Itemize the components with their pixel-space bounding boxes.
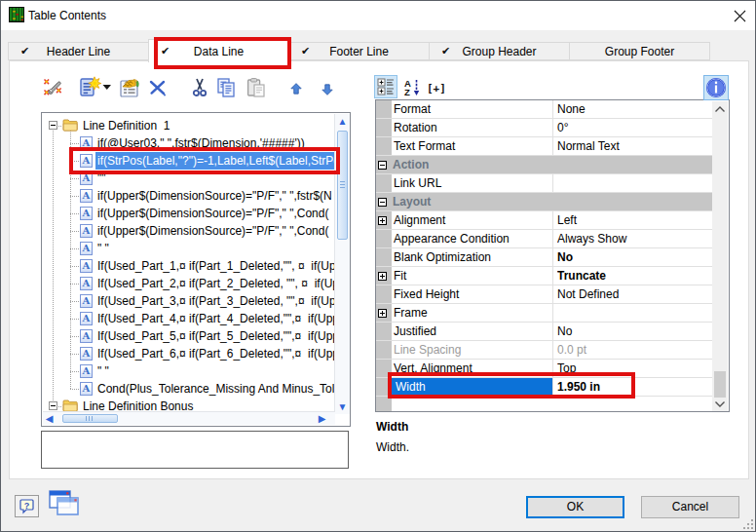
scroll-up-icon[interactable]: ▲	[335, 116, 350, 127]
tab-group-header[interactable]: ✔Group Header	[429, 42, 570, 60]
tree-item-row[interactable]: AIf(Used_Part_1,¤ if(Part_1_Deleted,"", …	[42, 257, 334, 275]
info-button[interactable]	[703, 75, 729, 100]
property-name: Fixed Height	[394, 285, 552, 303]
tree-item-row[interactable]: Aif(Upper$(DimensionSource)="P/F"," ",Co…	[42, 222, 334, 240]
grid-property-row[interactable]: Fixed HeightNot Defined	[376, 285, 713, 304]
grid-property-row[interactable]: JustifiedNo	[376, 323, 713, 341]
grid-property-row[interactable]: Appearance ConditionAlways Show	[376, 230, 713, 248]
text-line-icon: A	[80, 277, 93, 290]
property-value	[557, 304, 711, 322]
tree-item-label: If(Used_Part_3,¤ if(Part_3_Deleted, "",¤…	[97, 292, 334, 310]
grid-property-row[interactable]: FormatNone	[376, 100, 713, 119]
move-up-icon[interactable]	[290, 83, 302, 97]
tab-header-line[interactable]: ✔Header Line	[8, 42, 149, 60]
tree-item-label: If(Used_Part_5,¤ if(Part_5_Deleted,"",¤ …	[97, 327, 334, 345]
tab-page: Line Definition 1Aif(@User03," ",fstr$(D…	[9, 60, 749, 479]
grid-property-row[interactable]: Rotation0°	[376, 119, 713, 137]
table-contents-dialog: Table Contents ✔Header Line✔Data Line✔Fo…	[0, 0, 756, 532]
tab-footer-line[interactable]: ✔Footer Line	[288, 42, 430, 60]
tree-collapse-icon[interactable]	[49, 401, 57, 410]
tree-item-row[interactable]: Aif(Upper$(DimensionSource)="P/F"," ",fs…	[42, 187, 334, 205]
tree-item-row[interactable]: ACond(Plus_Tolerance_Missing And Minus_T…	[42, 380, 334, 398]
scroll-down-icon[interactable]: ▼	[335, 401, 350, 412]
ok-button[interactable]: OK	[526, 496, 624, 518]
expand-icon[interactable]	[378, 309, 387, 318]
property-name: Action	[393, 156, 551, 173]
grid-property-row[interactable]: AlignmentLeft	[376, 211, 713, 230]
property-value: No	[557, 248, 711, 266]
annotation-tab	[154, 37, 291, 69]
expand-icon[interactable]	[378, 216, 387, 225]
cut-icon[interactable]	[191, 77, 208, 101]
tree-horizontal-scrollbar[interactable]: ◀ ▶	[43, 411, 335, 425]
tree-item-label: If(Used_Part_6,¤ if(Part_6_Deleted,"",¤ …	[97, 345, 334, 362]
text-line-icon: A	[80, 382, 93, 396]
collapse-icon[interactable]	[378, 161, 387, 170]
text-line-icon: A	[80, 347, 93, 361]
grid-category-row[interactable]: Layout	[376, 193, 713, 211]
column-divider	[552, 304, 553, 322]
categorized-view-button[interactable]	[374, 75, 397, 98]
tree-collapse-icon[interactable]	[49, 121, 57, 130]
grid-scroll-thumb[interactable]	[714, 371, 726, 398]
tree-hscroll-thumb[interactable]	[62, 414, 118, 423]
expand-icon[interactable]	[378, 272, 387, 281]
cancel-button[interactable]: Cancel	[641, 496, 739, 518]
tree-item-row[interactable]: AIf(Used_Part_4,¤ if(Part_4_Deleted,"",¤…	[42, 310, 334, 327]
sort-alphabetical-icon[interactable]: A Z	[403, 78, 423, 99]
move-down-icon[interactable]	[321, 84, 333, 98]
overlapping-windows-icon[interactable]	[49, 490, 82, 521]
scroll-left-icon[interactable]: ◀	[45, 412, 54, 425]
tree-item-row[interactable]: AIf(Used_Part_3,¤ if(Part_3_Deleted, "",…	[42, 292, 334, 310]
tree-branch-line	[70, 354, 80, 355]
scroll-up-icon[interactable]	[712, 104, 728, 114]
tree-item-label: if(Upper$(DimensionSource)="P/F"," ",Con…	[97, 222, 328, 240]
tab-label: Group Footer	[570, 43, 709, 59]
property-name: Justified	[394, 323, 552, 340]
paste-icon[interactable]	[246, 77, 267, 101]
tree-item-row[interactable]: AIf(Used_Part_6,¤ if(Part_6_Deleted,"",¤…	[42, 345, 334, 362]
tree-branch-line	[70, 389, 80, 390]
formula-wizard-icon[interactable]	[42, 77, 63, 101]
tree-folder-row[interactable]: Line Definition 1	[42, 117, 334, 134]
grid-property-row[interactable]: Link URL	[376, 174, 713, 193]
tree-item-row[interactable]: A" "	[42, 240, 334, 257]
grid-property-row[interactable]: Blank OptimizationNo	[376, 248, 713, 267]
column-divider	[552, 267, 553, 285]
grid-property-row[interactable]: Line Spacing0.0 pt	[376, 341, 713, 360]
annotation-width-row	[388, 372, 635, 399]
tree-item-row[interactable]: A" "	[42, 362, 334, 380]
grid-scrollbar[interactable]	[712, 101, 728, 412]
grid-property-row[interactable]: Frame	[376, 304, 713, 323]
text-line-icon: A	[80, 259, 93, 273]
expand-all-icon[interactable]: [+]	[427, 82, 446, 95]
tree-item-row[interactable]: Aif(Upper$(DimensionSource)="P/F"," ",Co…	[42, 205, 334, 222]
resize-grip[interactable]	[743, 519, 753, 529]
new-line-icon[interactable]	[78, 76, 111, 100]
window-title: Table Contents	[28, 1, 106, 30]
tree-item-label: if(Upper$(DimensionSource)="P/F"," ",Con…	[97, 205, 328, 222]
column-divider	[552, 174, 553, 192]
property-value: Not Defined	[557, 285, 711, 303]
delete-icon[interactable]	[147, 77, 169, 101]
grid-category-row[interactable]: Action	[376, 156, 713, 174]
tree-item-row[interactable]: AIf(Used_Part_5,¤ if(Part_5_Deleted,"",¤…	[42, 327, 334, 345]
column-divider	[552, 100, 553, 118]
tab-group-footer[interactable]: Group Footer	[569, 42, 710, 60]
tree-item-row[interactable]: AIf(Used_Part_2,¤ if(Part_2_Deleted, "",…	[42, 275, 334, 292]
property-name: Format	[394, 100, 552, 118]
help-button[interactable]: ?	[15, 495, 39, 517]
grid-property-row[interactable]: FitTruncate	[376, 267, 713, 285]
scroll-down-icon[interactable]	[712, 399, 728, 409]
edit-contents-icon[interactable]	[119, 77, 142, 101]
tree-item-label: If(Used_Part_4,¤ if(Part_4_Deleted,"",¤ …	[97, 310, 334, 327]
property-name: Layout	[393, 193, 551, 210]
grid-property-row[interactable]: Text FormatNormal Text	[376, 137, 713, 156]
tree-folder-label: Line Definition 1	[83, 117, 170, 134]
property-value: None	[557, 100, 711, 118]
collapse-icon[interactable]	[378, 198, 387, 207]
close-icon[interactable]	[734, 10, 746, 22]
copy-icon[interactable]	[215, 77, 237, 101]
tab-label: Header Line	[9, 43, 148, 59]
scroll-right-icon[interactable]: ▶	[318, 412, 326, 425]
